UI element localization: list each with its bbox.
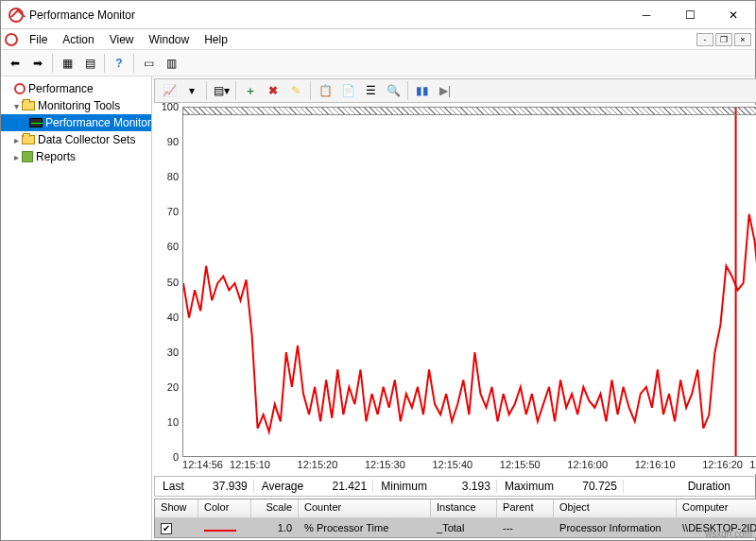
row-counter: % Processor Time [299,520,431,535]
minimum-label: Minimum [373,480,431,493]
maximum-value: 70.725 [558,480,624,493]
main-toolbar: ⬅ ➡ ▦ ▤ ? ▭ ▥ [1,50,755,76]
minimize-button[interactable]: ─ [625,1,668,29]
last-value: 37.939 [188,480,254,493]
tree-performance-monitor[interactable]: Performance Monitor [1,114,151,131]
cascade-button[interactable]: ▥ [161,53,181,74]
paste-button[interactable]: 📄 [337,80,358,101]
header-scale[interactable]: Scale [251,499,299,517]
average-label: Average [254,480,307,493]
folder-icon [22,135,35,144]
average-value: 21.421 [307,480,373,493]
titlebar: Performance Monitor ─ ☐ ✕ [1,1,755,29]
tree-monitoring-tools[interactable]: ▾ Monitoring Tools [1,97,151,114]
chart-type-button[interactable]: ▤▾ [211,80,232,101]
view-current-button[interactable]: 📈 [159,80,180,101]
highlight-button[interactable]: ✎ [285,80,306,101]
mdi-close-button[interactable]: × [734,33,751,46]
menu-action[interactable]: Action [55,30,101,49]
stats-bar: Last37.939 Average21.421 Minimum3.193 Ma… [154,476,756,497]
help-button[interactable]: ? [109,53,129,74]
properties-button[interactable]: ▤ [79,53,100,74]
menu-file[interactable]: File [22,30,55,49]
mdi-controls: - ❐ × [696,33,755,46]
monitor-pane: 📈 ▾ ▤▾ ＋ ✖ ✎ 📋 📄 ☰ 🔍 ▮▮ ▶| 0102030405060… [152,76,756,540]
header-color[interactable]: Color [198,499,251,517]
view-log-button[interactable]: ▾ [181,80,202,101]
chart-svg [183,108,756,456]
show-checkbox[interactable]: ✔ [161,523,172,534]
back-button[interactable]: ⬅ [5,53,26,74]
plot-area [182,107,756,457]
overflow-hatch [183,108,756,115]
row-object: Processor Information [554,520,677,535]
header-parent[interactable]: Parent [497,499,554,517]
duration-label: Duration [680,480,734,493]
chart-area[interactable]: 0102030405060708090100 12:14:5612:15:101… [154,105,756,474]
show-hide-tree-button[interactable]: ▦ [57,53,77,74]
mdi-minimize-button[interactable]: - [696,33,713,46]
row-parent: --- [497,520,554,535]
minimum-value: 3.193 [431,480,497,493]
monitor-toolbar: 📈 ▾ ▤▾ ＋ ✖ ✎ 📋 📄 ☰ 🔍 ▮▮ ▶| [154,78,756,103]
reports-icon [22,151,33,162]
freeze-button[interactable]: ▮▮ [412,80,433,101]
forward-button[interactable]: ➡ [27,53,48,74]
x-axis: 12:14:5612:15:1012:15:2012:15:3012:15:40… [182,459,756,474]
menu-view[interactable]: View [102,30,142,49]
menubar: File Action View Window Help - ❐ × [1,29,755,50]
counter-header: Show Color Scale Counter Instance Parent… [155,499,756,518]
header-counter[interactable]: Counter [299,499,431,517]
performance-icon [14,83,26,94]
close-button[interactable]: ✕ [712,1,755,29]
app-icon-small [5,33,18,46]
header-object[interactable]: Object [554,499,677,517]
tree-data-collector-sets[interactable]: ▸ Data Collector Sets [1,131,151,148]
nav-tree[interactable]: Performance ▾ Monitoring Tools Performan… [1,76,152,540]
watermark: wsxdn.com [705,529,752,539]
new-window-button[interactable]: ▭ [138,53,159,74]
maximize-button[interactable]: ☐ [668,1,712,29]
add-counter-button[interactable]: ＋ [240,80,261,101]
app-window: Performance Monitor ─ ☐ ✕ File Action Vi… [0,0,756,541]
delete-counter-button[interactable]: ✖ [263,80,284,101]
last-label: Last [155,480,188,493]
copy-button[interactable]: 📋 [315,80,335,101]
mdi-restore-button[interactable]: ❐ [715,33,732,46]
counter-row[interactable]: ✔ 1.0 % Processor Time _Total --- Proces… [155,518,756,537]
header-computer[interactable]: Computer [677,499,756,517]
maximum-label: Maximum [497,480,558,493]
update-button[interactable]: ▶| [435,80,455,101]
duration-value: 1:40 [734,480,756,493]
row-scale: 1.0 [251,520,299,535]
content-area: Performance ▾ Monitoring Tools Performan… [1,76,755,540]
zoom-button[interactable]: 🔍 [383,80,404,101]
menu-help[interactable]: Help [197,30,235,49]
y-axis: 0102030405060708090100 [154,107,180,457]
properties-graph-button[interactable]: ☰ [360,80,381,101]
folder-icon [22,101,35,110]
monitor-icon [29,118,43,127]
app-icon [9,8,24,23]
row-instance: _Total [431,520,497,535]
counter-list[interactable]: Show Color Scale Counter Instance Parent… [154,499,756,538]
window-title: Performance Monitor [29,8,625,22]
tree-root-performance[interactable]: Performance [1,80,151,97]
header-show[interactable]: Show [155,499,198,517]
menu-window[interactable]: Window [142,30,198,49]
tree-reports[interactable]: ▸ Reports [1,148,151,165]
color-swatch [204,530,236,532]
header-instance[interactable]: Instance [431,499,497,517]
